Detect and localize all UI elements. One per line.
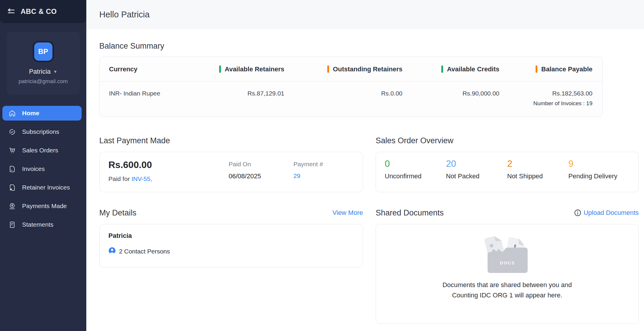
- orange-marker: [327, 65, 329, 73]
- contact-person-icon: [108, 247, 116, 256]
- stat-label: Not Packed: [446, 172, 507, 180]
- paid-on-value: 06/08/2025: [229, 172, 293, 180]
- content: Balance Summary Currency Available Retai…: [86, 29, 644, 324]
- org-name: ABC & CO: [21, 7, 57, 16]
- column-header-available-credits: Available Credits: [402, 65, 499, 73]
- user-dropdown[interactable]: Patricia ▼: [29, 68, 57, 75]
- retainer-invoices-icon: [8, 184, 16, 192]
- sidebar-item-payments-made[interactable]: Payments Made: [2, 199, 82, 213]
- client-portal-app: ABC & CO BP Patricia ▼ patricia@gmail.co…: [0, 0, 644, 331]
- column-header-outstanding-retainers: Outstanding Retainers: [284, 65, 402, 73]
- sidebar-item-label: Sales Orders: [22, 147, 58, 154]
- sidebar-item-label: Home: [22, 110, 39, 117]
- sidebar-item-label: Subscriptions: [22, 128, 59, 135]
- currency-value: INR- Indian Rupee: [109, 90, 197, 107]
- sidebar-item-label: Payments Made: [22, 202, 67, 210]
- column-header-currency: Currency: [109, 65, 197, 73]
- sidebar-menu: Home Subscriptions Sales Orders Invoices: [2, 106, 82, 236]
- stat-value: 9: [568, 159, 630, 169]
- available-retainers-value: Rs.87,129.01: [197, 90, 284, 107]
- payment-amount: Rs.600.00: [108, 159, 229, 170]
- docs-empty-text: Documents that are shared between you an…: [385, 280, 630, 300]
- sales-order-overview-title: Sales Order Overview: [376, 136, 453, 145]
- column-header-available-retainers: Available Retainers: [197, 65, 284, 73]
- stat-not-shipped: 2 Not Shipped: [507, 159, 569, 185]
- subscriptions-icon: [8, 128, 16, 136]
- user-name: Patricia: [29, 68, 50, 75]
- sidebar-item-subscriptions[interactable]: Subscriptions: [2, 124, 82, 139]
- green-marker: [441, 65, 443, 73]
- sidebar: ABC & CO BP Patricia ▼ patricia@gmail.co…: [0, 0, 86, 331]
- sidebar-item-invoices[interactable]: Invoices: [2, 162, 82, 176]
- my-details-title: My Details: [99, 208, 136, 218]
- column-header-balance-payable: Balance Payable: [499, 65, 592, 73]
- sidebar-item-statements[interactable]: Statements: [2, 217, 82, 232]
- contact-persons-text: 2 Contact Persons: [119, 248, 170, 255]
- topbar: Hello Patricia: [86, 0, 644, 29]
- docs-folder-label: DOCS: [487, 260, 528, 265]
- docs-empty-illustration: DOCS: [481, 236, 534, 273]
- sales-order-overview-section: Sales Order Overview 0 Unconfirmed 20 No…: [376, 135, 639, 192]
- last-payment-card: Rs.600.00 Paid for INV-55, Paid On 06/08…: [99, 152, 363, 192]
- invoice-count-note: Number of Invoices : 19: [499, 100, 592, 107]
- shared-documents-card: DOCS Documents that are shared between y…: [376, 224, 639, 324]
- stat-not-packed: 20 Not Packed: [446, 159, 507, 185]
- customer-name: Patricia: [108, 232, 354, 240]
- stat-label: Not Shipped: [507, 172, 569, 180]
- payment-number-label: Payment #: [293, 159, 354, 168]
- balance-summary-title: Balance Summary: [99, 42, 639, 51]
- last-payment-title: Last Payment Made: [99, 136, 170, 145]
- stat-value: 2: [507, 159, 569, 169]
- stat-label: Pending Delivery: [568, 172, 630, 180]
- home-icon: [8, 109, 16, 117]
- outstanding-retainers-value: Rs.0.00: [284, 90, 402, 107]
- my-details-section: My Details View More Patricia: [99, 208, 363, 267]
- stat-unconfirmed: 0 Unconfirmed: [385, 159, 446, 185]
- stat-value: 20: [446, 159, 507, 169]
- available-credits-value: Rs.90,000.00: [402, 90, 499, 107]
- paid-for-text: Paid for INV-55,: [108, 175, 229, 182]
- sidebar-item-label: Retainer Invoices: [22, 184, 70, 191]
- balance-payable-cell: Rs.182,563.00 Number of Invoices : 19: [499, 90, 592, 107]
- sidebar-item-home[interactable]: Home: [2, 106, 82, 121]
- stat-label: Unconfirmed: [385, 172, 446, 180]
- main-area: Hello Patricia Balance Summary Currency …: [86, 0, 644, 331]
- balance-summary-table: Currency Available Retainers Outstanding…: [99, 57, 603, 117]
- avatar: BP: [34, 42, 52, 61]
- invoices-icon: [8, 165, 16, 173]
- shared-documents-title: Shared Documents: [376, 208, 444, 218]
- last-payment-amount-block: Rs.600.00 Paid for INV-55,: [108, 159, 229, 185]
- sidebar-item-retainer-invoices[interactable]: Retainer Invoices: [2, 180, 82, 195]
- balance-summary-header-row: Currency Available Retainers Outstanding…: [100, 57, 602, 82]
- balance-payable-value: Rs.182,563.00: [499, 90, 592, 97]
- sidebar-item-sales-orders[interactable]: Sales Orders: [2, 143, 82, 158]
- user-email: patricia@gmail.com: [10, 78, 77, 85]
- payment-number-link[interactable]: 29: [293, 172, 300, 179]
- stat-pending-delivery: 9 Pending Delivery: [568, 159, 630, 185]
- sales-orders-icon: [8, 146, 16, 154]
- paid-on-block: Paid On 06/08/2025: [229, 159, 293, 185]
- profile-card: BP Patricia ▼ patricia@gmail.com: [7, 32, 80, 95]
- contact-persons-row[interactable]: 2 Contact Persons: [108, 247, 354, 256]
- sidebar-item-label: Statements: [22, 221, 53, 228]
- upload-documents-link[interactable]: Upload Documents: [584, 209, 639, 217]
- last-payment-section: Last Payment Made Rs.600.00 Paid for INV…: [99, 135, 363, 192]
- balance-summary-data-row: INR- Indian Rupee Rs.87,129.01 Rs.0.00 R…: [100, 82, 602, 117]
- statements-icon: [8, 221, 16, 229]
- green-marker: [219, 65, 221, 73]
- stat-value: 0: [385, 159, 446, 169]
- invoice-link[interactable]: INV-55,: [131, 175, 152, 182]
- sales-order-overview-card: 0 Unconfirmed 20 Not Packed 2 Not Shippe…: [376, 152, 639, 192]
- shared-documents-section: Shared Documents Upload Documents: [376, 208, 639, 324]
- sidebar-header: ABC & CO: [0, 0, 86, 23]
- greeting-text: Hello Patricia: [99, 10, 150, 19]
- chevron-down-icon: ▼: [53, 69, 57, 74]
- info-icon[interactable]: [574, 209, 582, 217]
- my-details-card: Patricia: [99, 224, 363, 267]
- payment-number-block: Payment # 29: [293, 159, 354, 185]
- view-more-link[interactable]: View More: [332, 209, 363, 217]
- sidebar-item-label: Invoices: [22, 165, 45, 172]
- collapse-sidebar-icon[interactable]: [6, 7, 16, 16]
- paid-on-label: Paid On: [229, 159, 293, 168]
- payments-made-icon: [8, 202, 16, 210]
